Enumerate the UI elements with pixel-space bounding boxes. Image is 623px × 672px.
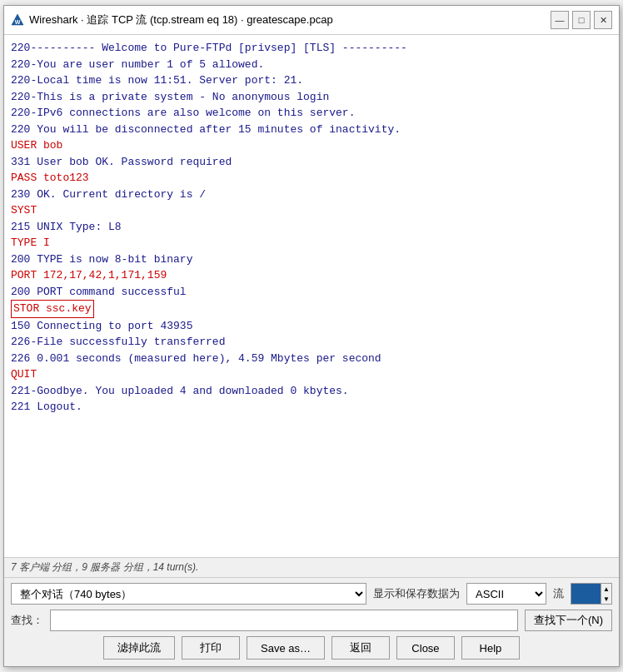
controls-row-2: 查找： 查找下一个(N): [11, 610, 612, 631]
status-bar: 7 客户端 分组，9 服务器 分组，14 turn(s).: [4, 557, 619, 577]
flow-spin-buttons: ▲ ▼: [601, 583, 612, 605]
flow-spinner: 18 ▲ ▼: [571, 583, 612, 605]
action-buttons-row: 滤掉此流 打印 Save as… 返回 Close Help: [11, 636, 612, 661]
flow-label: 流: [553, 586, 564, 601]
list-item: 220-Local time is now 11:51. Server port…: [11, 72, 612, 89]
list-item: PORT 172,17,42,1,171,159: [11, 267, 612, 284]
list-item: 220-IPv6 connections are also welcome on…: [11, 105, 612, 122]
save-as-button[interactable]: Save as…: [247, 636, 325, 660]
flow-input[interactable]: 18: [571, 583, 601, 605]
list-item: 220 You will be disconnected after 15 mi…: [11, 122, 612, 138]
list-item: USER bob: [11, 137, 612, 154]
restore-button[interactable]: □: [572, 11, 591, 29]
conversation-dropdown[interactable]: 整个对话（740 bytes）: [11, 583, 366, 605]
search-label: 查找：: [11, 613, 43, 628]
list-item: 226-File successfully transferred: [11, 334, 612, 351]
list-item: TYPE I: [11, 235, 612, 251]
list-item: 221-Goodbye. You uploaded 4 and download…: [11, 383, 612, 400]
svg-text:W: W: [15, 19, 21, 25]
help-button[interactable]: Help: [461, 636, 520, 660]
search-input[interactable]: [50, 610, 518, 631]
window-controls: — □ ✕: [551, 11, 612, 29]
list-item: 200 PORT command successful: [11, 284, 612, 301]
controls-row-1: 整个对话（740 bytes） 显示和保存数据为 ASCIIHex DumpC …: [11, 583, 612, 605]
list-item: 220---------- Welcome to Pure-FTPd [priv…: [11, 40, 612, 57]
list-item: PASS toto123: [11, 170, 612, 187]
status-text: 7 客户端 分组，9 服务器 分组，14 turn(s).: [11, 561, 198, 573]
minimize-button[interactable]: —: [551, 11, 569, 29]
list-item: 150 Connecting to port 43935: [11, 318, 612, 335]
list-item: 331 User bob OK. Password required: [11, 154, 612, 171]
back-button[interactable]: 返回: [331, 636, 390, 660]
tcp-stream-content: 220---------- Welcome to Pure-FTPd [priv…: [4, 35, 619, 557]
filter-button[interactable]: 滤掉此流: [103, 636, 175, 660]
flow-spin-up[interactable]: ▲: [601, 584, 611, 594]
close-button[interactable]: ✕: [594, 11, 612, 29]
list-item: 220-You are user number 1 of 5 allowed.: [11, 57, 612, 73]
list-item: 220-This is a private system - No anonym…: [11, 89, 612, 106]
display-format-dropdown[interactable]: ASCIIHex DumpC ArraysRaw: [466, 583, 546, 605]
display-label: 显示和保存数据为: [373, 586, 460, 601]
list-item: STOR ssc.key: [11, 300, 612, 318]
flow-spin-down[interactable]: ▼: [601, 594, 611, 604]
list-item: 226 0.001 seconds (measured here), 4.59 …: [11, 351, 612, 367]
controls-area: 整个对话（740 bytes） 显示和保存数据为 ASCIIHex DumpC …: [4, 577, 619, 666]
print-button[interactable]: 打印: [182, 636, 240, 660]
close-button[interactable]: Close: [396, 636, 455, 660]
list-item: 200 TYPE is now 8-bit binary: [11, 251, 612, 268]
list-item: QUIT: [11, 366, 612, 383]
list-item: SYST: [11, 202, 612, 219]
list-item: 215 UNIX Type: L8: [11, 219, 612, 236]
title-bar: W Wireshark · 追踪 TCP 流 (tcp.stream eq 18…: [4, 6, 619, 35]
list-item: 221 Logout.: [11, 399, 612, 416]
main-window: W Wireshark · 追踪 TCP 流 (tcp.stream eq 18…: [3, 5, 620, 667]
app-icon: W: [11, 13, 24, 27]
find-next-button[interactable]: 查找下一个(N): [525, 610, 612, 631]
list-item: 230 OK. Current directory is /: [11, 187, 612, 203]
window-title: Wireshark · 追踪 TCP 流 (tcp.stream eq 18) …: [29, 12, 551, 27]
